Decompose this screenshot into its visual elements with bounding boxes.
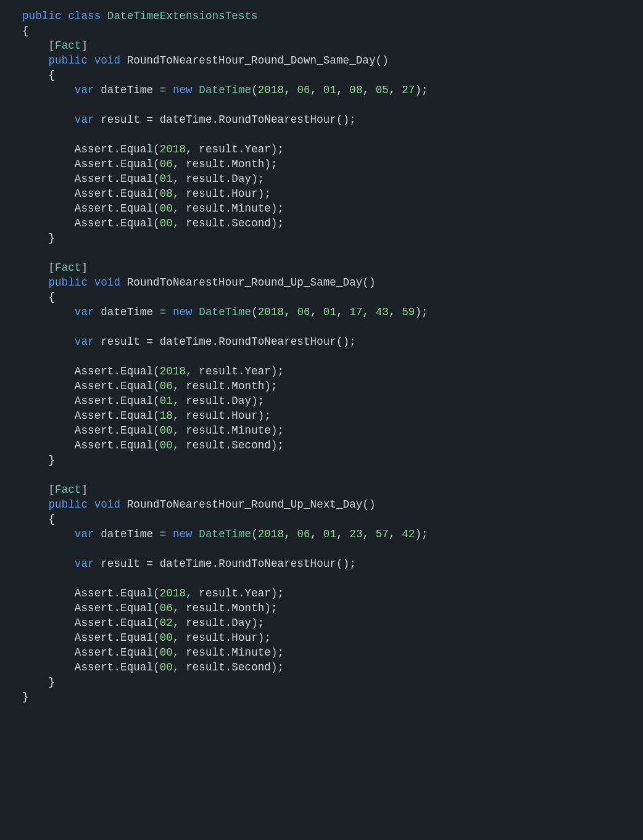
assert: Assert [75,173,114,185]
num-literal: 01 [323,84,336,96]
brace-close: } [22,691,29,703]
assert: Assert [75,158,114,170]
prop: Year [245,365,271,377]
attr-open: [ [48,484,55,496]
num-literal: 2018 [160,143,186,155]
keyword-public: public [48,498,88,511]
assert: Assert [75,587,114,599]
method-call: RoundToNearestHour [218,336,336,348]
type-datetime: DateTime [199,84,251,96]
var-result: result [101,336,140,348]
num-literal: 2018 [160,365,186,377]
attr-open: [ [48,39,55,52]
attr-fact: Fact [55,484,81,496]
prop: Minute [231,646,271,659]
keyword-var: var [75,306,94,318]
num-literal: 18 [160,410,173,422]
num-literal: 00 [160,202,173,215]
method-name: RoundToNearestHour_Round_Down_Same_Day [127,54,376,67]
num-literal: 00 [160,439,173,451]
num-literal: 17 [349,306,362,318]
keyword-var: var [75,558,94,570]
attr-fact: Fact [55,261,81,274]
keyword-class: class [68,10,101,22]
keyword-public: public [22,10,62,22]
num-literal: 01 [323,306,336,318]
assert: Assert [75,410,114,422]
keyword-var: var [75,336,94,348]
keyword-new: new [173,84,193,96]
attr-close: ] [81,39,88,52]
keyword-var: var [75,84,94,96]
num-literal: 08 [160,187,173,200]
prop: Day [231,395,251,407]
assert: Assert [75,143,114,155]
prop: Minute [231,424,271,437]
prop: Month [231,602,264,614]
num-literal: 43 [376,306,389,318]
var-datetime: dateTime [101,84,153,96]
num-literal: 59 [402,306,415,318]
num-literal: 06 [297,84,310,96]
num-literal: 01 [160,173,173,185]
prop: Hour [231,187,257,200]
attr-close: ] [81,484,88,496]
num-literal: 06 [160,380,173,392]
attr-close: ] [81,261,88,274]
keyword-void: void [94,498,120,511]
prop: Year [245,143,271,155]
keyword-new: new [173,528,193,540]
num-literal: 2018 [160,587,186,599]
num-literal: 00 [160,217,173,229]
keyword-public: public [48,276,88,289]
var-result: result [101,558,140,570]
assert: Assert [75,661,114,673]
assert: Assert [75,202,114,215]
num-literal: 2018 [258,306,284,318]
type-datetime: DateTime [199,306,251,318]
num-literal: 01 [160,395,173,407]
type-datetime: DateTime [199,528,251,540]
assert: Assert [75,187,114,200]
num-literal: 06 [160,602,173,614]
attr-fact: Fact [55,39,81,52]
keyword-var: var [75,113,94,126]
var-datetime: dateTime [101,306,153,318]
assert: Assert [75,632,114,644]
keyword-new: new [173,306,193,318]
prop: Hour [231,410,257,422]
keyword-public: public [48,54,88,67]
assert: Assert [75,217,114,229]
assert: Assert [75,380,114,392]
var-result: result [101,113,140,126]
num-literal: 02 [160,617,173,629]
method-call: RoundToNearestHour [218,113,336,126]
num-literal: 57 [376,528,389,540]
prop: Month [231,158,264,170]
assert: Assert [75,395,114,407]
keyword-var: var [75,528,94,540]
prop: Second [231,661,271,673]
assert: Assert [75,646,114,659]
class-name: DateTimeExtensionsTests [107,10,258,22]
num-literal: 00 [160,661,173,673]
method-call: RoundToNearestHour [218,558,336,570]
prop: Hour [231,632,257,644]
assert: Assert [75,424,114,437]
num-literal: 00 [160,424,173,437]
prop: Day [231,617,251,629]
prop: Day [231,173,251,185]
method-name: RoundToNearestHour_Round_Up_Same_Day [127,276,363,289]
code-block: public class DateTimeExtensionsTests { [… [0,0,643,704]
num-literal: 08 [349,84,362,96]
assert: Assert [75,439,114,451]
num-literal: 00 [160,632,173,644]
prop: Year [245,587,271,599]
keyword-void: void [94,276,120,289]
num-literal: 06 [297,528,310,540]
prop: Month [231,380,264,392]
num-literal: 2018 [258,528,284,540]
num-literal: 06 [297,306,310,318]
num-literal: 2018 [258,84,284,96]
num-literal: 42 [402,528,415,540]
